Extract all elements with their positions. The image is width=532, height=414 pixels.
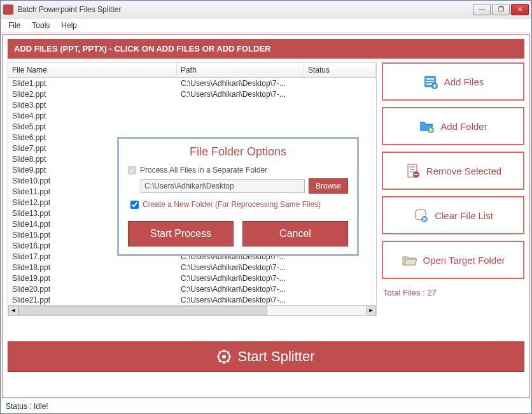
start-process-button[interactable]: Start Process <box>128 221 234 246</box>
table-row[interactable]: Slide3.ppt <box>8 99 376 110</box>
cell-path: C:\Users\Adhikari\Desktop\7-... <box>177 296 304 304</box>
svg-rect-1 <box>426 78 434 80</box>
cell-filename: Slide2.ppt <box>8 90 177 99</box>
minimize-button[interactable]: — <box>473 4 491 15</box>
col-status[interactable]: Status <box>304 63 376 77</box>
table-row[interactable]: Slide18.pptC:\Users\Adhikari\Desktop\7-.… <box>8 262 376 273</box>
gear-icon <box>217 350 231 364</box>
output-path-input[interactable] <box>141 179 305 193</box>
scroll-left-icon[interactable]: ◄ <box>8 306 18 316</box>
cell-path: C:\Users\Adhikari\Desktop\7-... <box>177 90 304 99</box>
add-files-label: Add Files <box>444 76 484 87</box>
file-folder-options-dialog: File Folder Options Process All Files in… <box>117 137 359 256</box>
total-files-label: Total Files : 27 <box>382 285 524 300</box>
add-files-button[interactable]: Add Files <box>382 62 524 101</box>
table-header: File Name Path Status <box>8 63 376 78</box>
scroll-right-icon[interactable]: ► <box>366 306 376 316</box>
add-folder-button[interactable]: Add Folder <box>382 107 524 145</box>
clear-list-label: Clear File List <box>435 210 493 221</box>
menu-file[interactable]: File <box>8 21 20 30</box>
process-all-label: Process All Files in a Separate Folder <box>140 166 267 175</box>
cell-filename: Slide21.ppt <box>8 296 177 304</box>
cell-path: C:\Users\Adhikari\Desktop\7-... <box>177 285 304 294</box>
app-window: Batch Powerpoint Files Splitter — ❐ ✕ Fi… <box>0 0 532 414</box>
browse-button[interactable]: Browse <box>309 178 348 194</box>
col-path[interactable]: Path <box>177 63 304 77</box>
titlebar[interactable]: Batch Powerpoint Files Splitter — ❐ ✕ <box>1 1 531 18</box>
table-row[interactable]: Slide1.pptC:\Users\Adhikari\Desktop\7-..… <box>8 78 376 89</box>
col-filename[interactable]: File Name <box>8 63 177 77</box>
cell-path: C:\Users\Adhikari\Desktop\7-... <box>177 263 304 272</box>
start-splitter-button[interactable]: Start Splitter <box>8 341 524 372</box>
svg-rect-2 <box>426 81 434 82</box>
remove-selected-button[interactable]: Remove Selected <box>382 152 524 190</box>
table-row[interactable]: Slide20.pptC:\Users\Adhikari\Desktop\7-.… <box>8 283 376 294</box>
table-row[interactable]: Slide19.pptC:\Users\Adhikari\Desktop\7-.… <box>8 273 376 283</box>
table-row[interactable]: Slide2.pptC:\Users\Adhikari\Desktop\7-..… <box>8 89 376 99</box>
cell-path: C:\Users\Adhikari\Desktop\7-... <box>177 79 304 88</box>
menu-help[interactable]: Help <box>61 21 77 30</box>
close-button[interactable]: ✕ <box>511 4 529 15</box>
app-icon <box>3 4 13 15</box>
dialog-title: File Folder Options <box>128 144 348 164</box>
open-folder-icon <box>402 252 417 268</box>
cancel-button[interactable]: Cancel <box>242 221 348 246</box>
cell-filename: Slide3.ppt <box>8 101 177 110</box>
horizontal-scrollbar[interactable]: ◄ ► <box>8 305 376 315</box>
add-folder-icon <box>419 118 434 134</box>
start-splitter-label: Start Splitter <box>237 348 314 365</box>
cell-filename: Slide18.ppt <box>8 263 177 272</box>
process-all-checkbox[interactable] <box>128 166 136 175</box>
menu-tools[interactable]: Tools <box>32 21 50 30</box>
scroll-thumb[interactable] <box>18 306 267 315</box>
sidebar: Add Files Add Folder Remove Selected Cle… <box>382 62 524 316</box>
instruction-banner: ADD FILES (PPT, PPTX) - CLICK ON ADD FIL… <box>8 39 524 59</box>
create-new-folder-label: Create a New Folder (For Reprocessing Sa… <box>143 200 321 209</box>
open-target-button[interactable]: Open Target Folder <box>382 241 524 279</box>
cell-filename: Slide19.ppt <box>8 274 177 283</box>
cell-filename: Slide5.ppt <box>8 122 177 131</box>
remove-selected-icon <box>405 163 420 178</box>
window-title: Batch Powerpoint Files Splitter <box>17 5 473 14</box>
clear-list-button[interactable]: Clear File List <box>382 196 524 234</box>
table-row[interactable]: Slide4.ppt <box>8 110 376 121</box>
add-files-icon <box>423 74 438 89</box>
maximize-button[interactable]: ❐ <box>492 4 510 15</box>
clear-list-icon <box>413 208 428 223</box>
menubar: File Tools Help <box>1 18 531 33</box>
cell-filename: Slide1.ppt <box>8 79 177 88</box>
open-target-label: Open Target Folder <box>423 255 505 266</box>
remove-selected-label: Remove Selected <box>426 166 501 176</box>
svg-point-11 <box>222 355 226 359</box>
status-bar: Status : Idle! <box>1 399 531 413</box>
cell-filename: Slide20.ppt <box>8 285 177 294</box>
create-new-folder-checkbox[interactable] <box>130 201 139 209</box>
table-row[interactable]: Slide21.pptC:\Users\Adhikari\Desktop\7-.… <box>8 294 376 305</box>
cell-path: C:\Users\Adhikari\Desktop\7-... <box>177 274 304 283</box>
table-row[interactable]: Slide5.ppt <box>8 121 376 132</box>
add-folder-label: Add Folder <box>440 121 487 132</box>
cell-filename: Slide4.ppt <box>8 111 177 120</box>
